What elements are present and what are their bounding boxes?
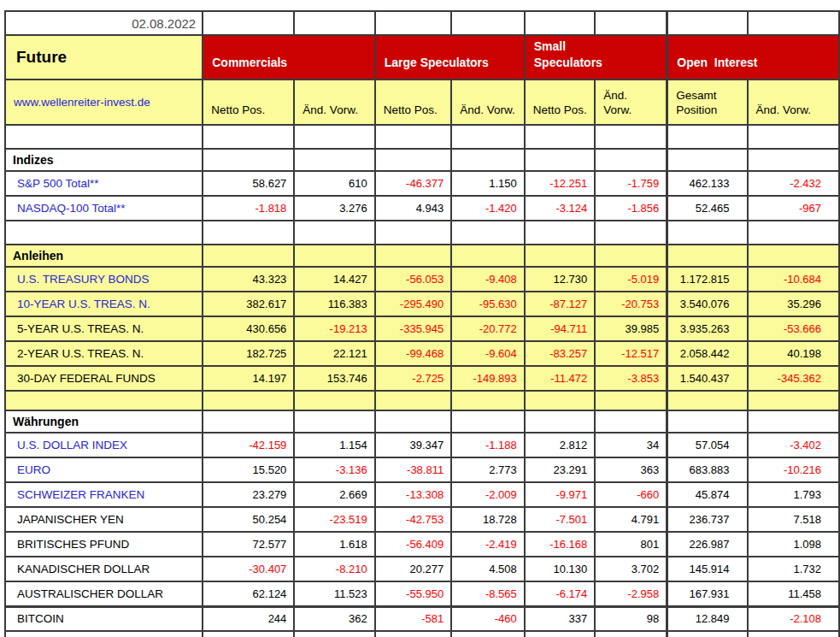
row-label: BRITISCHES PFUND <box>5 532 203 557</box>
column-header: Netto Pos. <box>203 80 294 125</box>
empty-cell <box>5 631 203 637</box>
cell-value: 22.121 <box>294 341 374 366</box>
cell-value: -16.168 <box>525 532 596 557</box>
row-label: 30-DAY FEDERAL FUNDS <box>5 366 203 391</box>
section-label: Anleihen <box>5 245 203 267</box>
table-row: U.S. DOLLAR INDEX-42.1591.15439.347-1.18… <box>5 433 839 457</box>
empty-cell <box>595 221 667 245</box>
cell-value: -581 <box>375 606 452 631</box>
cell-value: -56.409 <box>375 532 452 557</box>
empty-cell <box>595 631 667 637</box>
cell-value: -38.811 <box>375 457 452 482</box>
cot-report-page: 02.08.2022 Future Commercials Large Spec… <box>0 0 840 637</box>
cell-value: -7.501 <box>525 507 596 532</box>
row-label[interactable]: SCHWEIZER FRANKEN <box>5 482 203 507</box>
cell-value: 167.931 <box>667 581 748 606</box>
cell-value: 11.523 <box>294 581 374 606</box>
cell-value: 50.254 <box>203 507 294 532</box>
empty-cell <box>667 221 748 245</box>
empty-cell <box>203 631 294 637</box>
cell-value: 35.296 <box>748 292 839 316</box>
cell-value: 244 <box>203 606 294 631</box>
cell-value: 236.737 <box>667 507 748 532</box>
empty-cell <box>748 11 839 35</box>
column-header: Netto Pos. <box>525 80 596 125</box>
empty-cell <box>203 125 294 149</box>
empty-cell <box>667 11 748 35</box>
cell-value: 23.291 <box>525 457 596 482</box>
cot-table: 02.08.2022 Future Commercials Large Spec… <box>4 10 840 637</box>
cell-value: -5.019 <box>595 267 667 292</box>
table-row: U.S. TREASURY BONDS43.32314.427-56.053-9… <box>5 267 839 292</box>
cell-value: -2.432 <box>748 171 839 196</box>
column-header: Gesamt Position <box>667 80 748 125</box>
group-header-open-interest: Open Interest <box>667 35 839 80</box>
cell-value: 1.793 <box>748 482 839 507</box>
empty-cell <box>525 245 596 267</box>
empty-cell <box>748 149 839 171</box>
cell-value: 10.130 <box>525 557 596 581</box>
cell-value: -20.753 <box>595 292 667 316</box>
row-label[interactable]: EURO <box>5 457 203 482</box>
empty-cell <box>451 11 525 35</box>
cell-value: 11.458 <box>748 581 839 606</box>
cell-value: -2.419 <box>451 532 525 557</box>
cell-value: 2.669 <box>294 482 374 507</box>
cell-value: 43.323 <box>203 267 294 292</box>
table-row: 30-DAY FEDERAL FUNDS14.197153.746-2.725-… <box>5 366 839 391</box>
cell-value: 3.276 <box>294 196 374 221</box>
table-row: 2-YEAR U.S. TREAS. N.182.72522.121-99.46… <box>5 341 839 366</box>
row-label[interactable]: NASDAQ-100 Total** <box>5 196 203 221</box>
empty-cell <box>667 149 748 171</box>
cell-value: 153.746 <box>294 366 374 391</box>
empty-cell <box>748 410 839 433</box>
cell-value: 182.725 <box>203 341 294 366</box>
row-label[interactable]: U.S. TREASURY BONDS <box>5 267 203 292</box>
cell-value: 1.150 <box>451 171 525 196</box>
cell-value: -295.490 <box>375 292 452 316</box>
cell-value: 4.943 <box>375 196 452 221</box>
cell-value: 1.098 <box>748 532 839 557</box>
cell-value: 1.172.815 <box>667 267 748 292</box>
section-header-row: Indizes <box>5 149 839 171</box>
cell-value: -6.174 <box>525 581 596 606</box>
empty-cell <box>595 410 667 433</box>
group-header-row: Future Commercials Large Speculators Sma… <box>5 35 839 80</box>
cell-value: 363 <box>595 457 667 482</box>
empty-cell <box>294 11 374 35</box>
website-link[interactable]: www.wellenreiter-invest.de <box>14 96 150 109</box>
empty-cell <box>451 221 525 245</box>
table-row: KANADISCHER DOLLAR-30.407-8.21020.2774.5… <box>5 557 839 581</box>
empty-cell <box>525 391 596 410</box>
cell-value: -149.893 <box>451 366 525 391</box>
section-header-row: Anleihen <box>5 245 839 267</box>
empty-cell <box>375 125 452 149</box>
row-label[interactable]: S&P 500 Total** <box>5 171 203 196</box>
empty-cell <box>294 149 374 171</box>
column-header-row: www.wellenreiter-invest.de Netto Pos. Än… <box>5 80 839 125</box>
empty-cell <box>294 631 374 637</box>
empty-cell <box>294 391 374 410</box>
cell-value: 39.985 <box>595 316 667 341</box>
empty-cell <box>748 391 839 410</box>
row-label[interactable]: U.S. DOLLAR INDEX <box>5 433 203 457</box>
table-row: 10-YEAR U.S. TREAS. N.382.617116.383-295… <box>5 292 839 316</box>
empty-cell <box>294 410 374 433</box>
report-date: 02.08.2022 <box>5 11 203 35</box>
cell-value: 15.520 <box>203 457 294 482</box>
cell-value: -2.009 <box>451 482 525 507</box>
group-header-large-speculators: Large Speculators <box>375 35 525 80</box>
empty-cell <box>451 125 525 149</box>
empty-cell <box>375 221 452 245</box>
cell-value: -1.856 <box>595 196 667 221</box>
row-label[interactable]: 10-YEAR U.S. TREAS. N. <box>5 292 203 316</box>
empty-cell <box>375 410 452 433</box>
cell-value: 801 <box>595 532 667 557</box>
empty-cell <box>294 221 374 245</box>
cell-value: -2.958 <box>595 581 667 606</box>
table-row: BITCOIN244362-581-4603379812.849-2.108 <box>5 606 839 631</box>
cell-value: 62.124 <box>203 581 294 606</box>
cell-value: -12.517 <box>595 341 667 366</box>
empty-cell <box>748 221 839 245</box>
cell-value: 2.773 <box>451 457 525 482</box>
